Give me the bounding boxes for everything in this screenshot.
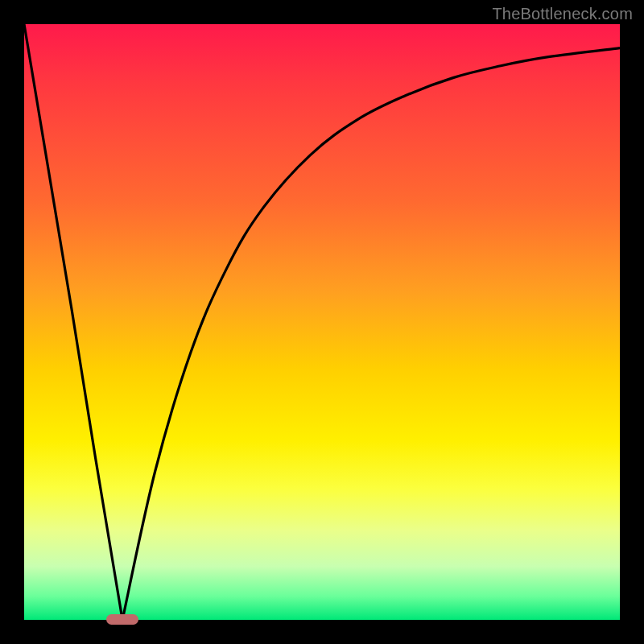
watermark-text: TheBottleneck.com: [492, 5, 633, 23]
optimal-range-marker: [106, 614, 139, 625]
plot-area: [24, 24, 620, 620]
curves-layer: [24, 24, 620, 620]
chart-frame: TheBottleneck.com: [0, 0, 644, 644]
left-branch-line: [24, 24, 122, 620]
right-branch-line: [122, 48, 620, 620]
